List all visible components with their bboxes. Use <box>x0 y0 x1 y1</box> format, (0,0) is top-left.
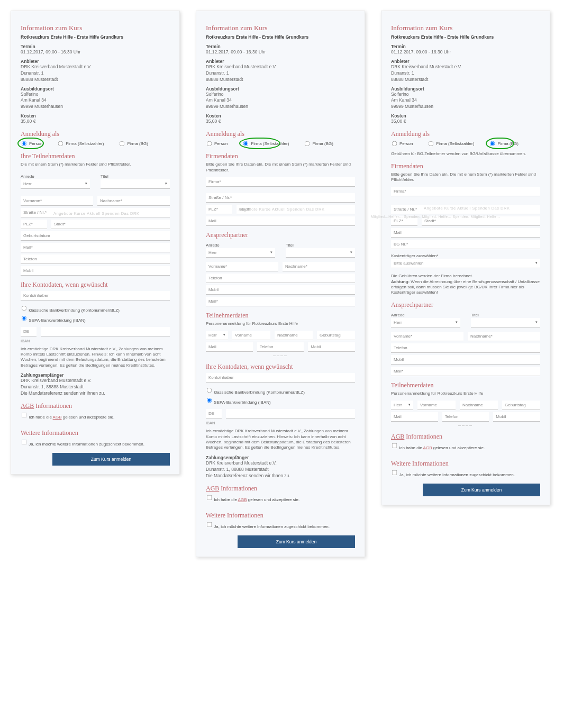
radio-bg[interactable]: Firma (BG) <box>489 140 519 147</box>
mobil-input[interactable]: Mobil <box>21 266 170 276</box>
bgnr-input[interactable]: BG Nr.* <box>391 240 540 249</box>
ghost-nav: Angebote Kurse Aktuell Spenden Das DRK <box>239 207 324 212</box>
teilnehmer-heading: Teilnehmerdaten <box>206 312 355 320</box>
tn-herr[interactable]: Herr▾ <box>391 401 413 410</box>
radio-selbst[interactable]: Firma (Selbstzahler) <box>57 140 104 147</box>
anrede-select[interactable]: Herr▾ <box>391 318 460 327</box>
tn-telefon[interactable]: Telefon <box>442 412 489 422</box>
titel-select[interactable]: ▾ <box>101 179 170 189</box>
telefon-input[interactable]: Telefon <box>206 274 355 283</box>
mobil-input[interactable]: Mobil <box>206 285 355 295</box>
iban-country[interactable]: DE <box>21 327 37 336</box>
form-bg: Information zum Kurs Rotkreuzkurs Erste … <box>381 11 550 505</box>
strasse-input[interactable]: Straße / Nr.* <box>206 193 355 203</box>
mandat-text: Ich ermächtige DRK Kreisverband Musterst… <box>21 347 170 369</box>
mail-input[interactable]: Mail <box>391 228 540 238</box>
agb-checkbox[interactable]: Ich habe die AGB gelesen und akzeptiere … <box>206 497 299 502</box>
vorname-input[interactable]: Vorname* <box>206 262 278 271</box>
firmendaten-heading: Firmendaten <box>206 152 355 160</box>
ansprech-heading: Ansprechpartner <box>206 231 355 239</box>
ghost-nav2: Mitglied...Helfer... Spenden. Mitglied. … <box>371 215 500 219</box>
tn-mail[interactable]: Mail <box>391 412 438 422</box>
tn-mobil[interactable]: Mobil <box>493 412 540 422</box>
tn-telefon[interactable]: Telefon <box>257 342 304 352</box>
heading-info: Information zum Kurs <box>21 24 170 32</box>
chevron-down-icon: ▾ <box>85 181 87 186</box>
mail-input[interactable]: Mail* <box>391 367 540 376</box>
mail-input[interactable]: Mail* <box>206 297 355 306</box>
radio-selbst[interactable]: Firma (Selbstzahler) <box>428 140 474 147</box>
radio-selbst[interactable]: Firma (Selbstzahler) <box>242 140 289 147</box>
tn-geburt[interactable]: Geburtstag <box>502 401 540 410</box>
kostentraeger-select[interactable]: Bitte auswählen▾ <box>391 259 540 268</box>
register-type-radios: Person Firma (Selbstzahler) Firma (BG) <box>21 140 170 147</box>
teilnehmer-heading: Ihre Teilnehmerdaten <box>21 152 170 160</box>
kontoinhaber-input[interactable]: Kontoinhaber <box>21 291 170 301</box>
agb-checkbox[interactable]: Ich habe die AGB gelesen und akzeptiere … <box>21 415 114 420</box>
submit-button[interactable]: Zum Kurs anmelden <box>52 453 170 466</box>
plz-input[interactable]: PLZ* <box>21 220 47 229</box>
radio-bg[interactable]: Firma (BG) <box>119 140 148 147</box>
radio-klassisch[interactable]: klassische Bankverbindung (Kontonummer/B… <box>206 387 355 395</box>
submit-button[interactable]: Zum Kurs anmelden <box>238 535 355 548</box>
telefon-input[interactable]: Telefon <box>391 343 540 353</box>
tn-mail[interactable]: Mail <box>206 342 253 352</box>
course-subtitle: Rotkreuzkurs Erste Hilfe - Erste Hilfe G… <box>21 34 170 40</box>
form-selbstzahler: Information zum Kurs Rotkreuzkurs Erste … <box>196 11 365 557</box>
iban-input[interactable] <box>41 327 170 336</box>
anrede-select[interactable]: Herr▾ <box>206 248 275 258</box>
plz-input[interactable]: PLZ* <box>206 205 232 214</box>
bg-note: Gebühren für BG-Teilnehmer werden von BG… <box>391 151 540 157</box>
submit-button[interactable]: Zum Kurs anmelden <box>423 484 540 496</box>
titel-select[interactable]: ▾ <box>286 248 355 258</box>
agb-heading: AGB Informationen <box>21 402 170 410</box>
weitere-checkbox[interactable]: Ja, ich möchte weitere Informationen zug… <box>391 472 515 477</box>
firma-input[interactable]: Firma* <box>391 187 540 196</box>
nachname-input[interactable]: Nachname* <box>468 332 540 341</box>
ghost-nav: Angebote Kurse Aktuell Spenden Das DRK <box>53 211 139 216</box>
nachname-input[interactable]: Nachname* <box>283 262 355 271</box>
form-person: Information zum Kurs Rotkreuzkurs Erste … <box>11 11 180 475</box>
vorname-input[interactable]: Vorname* <box>391 332 463 341</box>
tn-nachname[interactable]: Nachname <box>460 401 498 410</box>
chevron-down-icon: ▾ <box>165 181 167 186</box>
kontoinhaber-input[interactable]: Kontoinhaber <box>206 373 355 383</box>
agb-checkbox[interactable]: Ich habe die AGB gelesen und akzeptiere … <box>391 445 485 450</box>
nachname-input[interactable]: Nachname* <box>97 196 170 206</box>
radio-sepa[interactable]: SEPA-Bankverbindung (IBAN) <box>206 397 355 405</box>
anrede-select[interactable]: Herr▾ <box>21 179 90 189</box>
geburt-input[interactable]: Geburtsdatum <box>21 231 170 241</box>
radio-person[interactable]: Person <box>206 140 228 147</box>
telefon-input[interactable]: Telefon <box>21 254 170 264</box>
add-dots: ──── <box>206 354 355 358</box>
stadt-input[interactable]: Stadt* <box>51 220 170 229</box>
ghost-nav: Angebote Kurse Aktuell Spenden Das DRK <box>424 206 510 211</box>
anmeldung-heading: Anmeldung als <box>21 130 170 138</box>
radio-person[interactable]: Person <box>21 140 42 147</box>
mail-input[interactable]: Mail <box>206 216 355 226</box>
radio-klassisch[interactable]: klassische Bankverbindung (Kontonummer/B… <box>21 305 170 313</box>
radio-sepa[interactable]: SEPA-Bankverbindung (IBAN) <box>21 315 170 323</box>
weitere-checkbox[interactable]: Ja, ich möchte weitere Informationen zug… <box>21 442 144 447</box>
mobil-input[interactable]: Mobil <box>391 355 540 365</box>
tn-mobil[interactable]: Mobil <box>308 342 355 352</box>
radio-person[interactable]: Person <box>391 140 413 147</box>
tn-nachname[interactable]: Nachname <box>275 331 313 340</box>
tn-herr[interactable]: Herr▾ <box>206 331 228 340</box>
radio-bg[interactable]: Firma (BG) <box>304 140 333 147</box>
vorname-input[interactable]: Vorname* <box>21 196 93 206</box>
titel-select[interactable]: ▾ <box>471 318 540 327</box>
weitere-heading: Weitere Informationen <box>21 429 170 437</box>
tn-vorname[interactable]: Vorname <box>232 331 270 340</box>
tn-geburt[interactable]: Geburtstag <box>317 331 355 340</box>
weitere-checkbox[interactable]: Ja, ich möchte weitere Informationen zug… <box>206 524 330 529</box>
firma-input[interactable]: Firma* <box>206 177 355 187</box>
mail-input[interactable]: Mail* <box>21 243 170 252</box>
konto-heading: Ihre Kontodaten, wenn gewünscht <box>21 281 170 289</box>
tn-vorname[interactable]: Vorname <box>417 401 456 410</box>
